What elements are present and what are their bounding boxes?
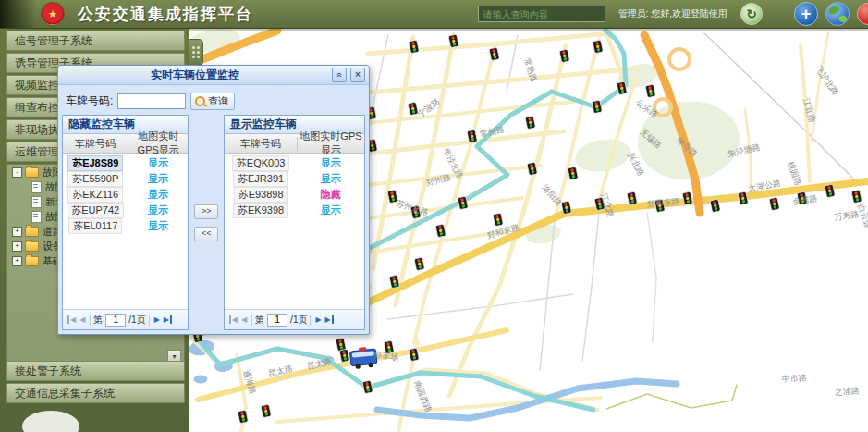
table-row[interactable]: 苏EUP742 显示 <box>63 203 188 218</box>
sidebar-bottom: 接处警子系统 交通信息采集子系统 <box>6 361 185 405</box>
move-left-button[interactable]: << <box>194 227 218 241</box>
table-rows: 苏EQK003 显示 苏EJR391 显示 苏E93898 隐藏 苏EK93 <box>225 154 364 309</box>
page-suffix: /1页 <box>290 314 307 327</box>
app-title: 公安交通集成指挥平台 <box>78 4 253 25</box>
police-emblem-icon: ★ <box>41 2 65 26</box>
show-link[interactable]: 显示 <box>321 204 341 216</box>
table-row[interactable]: 苏EL0117 显示 <box>63 218 188 234</box>
show-link[interactable]: 显示 <box>148 220 168 231</box>
top-header: ★ 公安交通集成指挥平台 管理员: 您好,欢迎登陆使用 ↻ + <box>0 0 868 29</box>
dialog-body: 车牌号码: 查询 隐藏监控车辆 车牌号码 地图实时GPS显示 苏EJ <box>58 85 369 334</box>
show-link[interactable]: 显示 <box>321 157 341 168</box>
plate-value: 苏E93898 <box>234 187 288 203</box>
vehicle-monitor-dialog: 实时车辆位置监控 » × 车牌号码: 查询 隐藏监控车辆 车牌号码 <box>57 65 370 335</box>
plate-value: 苏EUP742 <box>67 203 124 218</box>
plate-value: 苏EJR391 <box>233 171 288 187</box>
last-page-icon[interactable]: ▶ <box>325 315 334 324</box>
collapse-box-icon[interactable]: - <box>12 167 22 178</box>
table-row[interactable]: 苏E93898 隐藏 <box>225 187 364 203</box>
road-label: 中市路 <box>781 373 807 384</box>
app-window: 宁波路常熟路常州路半泾北路郑州路洛阳路江北路郑和东路郑和东路苏州北路太湖公路朱泾… <box>0 0 868 432</box>
table-row[interactable]: 苏EQK003 显示 <box>225 155 364 171</box>
folder-icon <box>25 227 39 237</box>
table-rows: 苏EJ8S89 显示 苏E5590P 显示 苏EKZ116 显示 苏EUP7 <box>63 154 188 309</box>
hidden-vehicles-panel: 隐藏监控车辆 车牌号码 地图实时GPS显示 苏EJ8S89 显示 苏E5590P… <box>62 115 189 330</box>
query-button-label: 查询 <box>208 94 228 108</box>
table-row[interactable]: 苏EJR391 显示 <box>225 171 364 187</box>
sidebar-item-traffic-info[interactable]: 交通信息采集子系统 <box>6 383 185 403</box>
prev-page-icon[interactable]: ◀ <box>79 315 85 324</box>
show-link[interactable]: 显示 <box>148 189 168 200</box>
col-plate: 车牌号码 <box>225 137 298 151</box>
prev-page-icon[interactable]: ◀ <box>241 315 247 324</box>
transfer-panels: 隐藏监控车辆 车牌号码 地图实时GPS显示 苏EJ8S89 显示 苏E5590P… <box>62 115 365 330</box>
shown-vehicles-panel: 显示监控车辆 车牌号码 地图实时GPS显示 苏EQK003 显示 苏EJR391… <box>224 115 365 330</box>
plate-value: 苏EKZ116 <box>67 187 123 203</box>
page-icon <box>31 211 42 223</box>
header-actions: 管理员: 您好,欢迎登陆使用 ↻ + <box>478 0 868 28</box>
header-search-input[interactable] <box>478 6 605 22</box>
logo-blob <box>22 411 79 432</box>
page-input[interactable] <box>267 314 287 327</box>
water-area <box>194 376 208 384</box>
plate-value: 苏EJ8S89 <box>67 155 123 171</box>
zoom-add-icon[interactable]: + <box>794 2 818 26</box>
dialog-titlebar[interactable]: 实时车辆位置监控 » × <box>58 66 369 85</box>
plate-value: 苏E5590P <box>67 171 123 187</box>
expand-box-icon[interactable]: + <box>12 241 22 252</box>
close-button[interactable]: × <box>350 68 365 82</box>
magnifier-icon <box>195 96 205 106</box>
show-link[interactable]: 显示 <box>148 173 168 184</box>
apps-grid-icon[interactable] <box>770 6 787 22</box>
page-icon <box>31 196 42 208</box>
col-plate: 车牌号码 <box>63 137 128 151</box>
welcome-text: 管理员: 您好,欢迎登陆使用 <box>618 7 727 20</box>
table-header: 车牌号码 地图实时GPS显示 <box>225 134 364 154</box>
next-page-icon[interactable]: ▶ <box>154 315 160 324</box>
table-row[interactable]: 苏EK9398 显示 <box>225 203 364 218</box>
panel-collapse-handle[interactable] <box>189 39 203 66</box>
query-button[interactable]: 查询 <box>190 93 235 110</box>
show-link[interactable]: 显示 <box>148 204 168 216</box>
folder-icon <box>25 167 39 178</box>
earth-icon[interactable] <box>825 2 850 26</box>
page-prefix: 第 <box>93 314 103 327</box>
show-link[interactable]: 显示 <box>148 157 168 168</box>
show-link[interactable]: 显示 <box>321 173 341 184</box>
sidebar-item-signal[interactable]: 信号管理子系统 <box>6 31 185 51</box>
table-row[interactable]: 苏E5590P 显示 <box>63 171 188 187</box>
hide-link[interactable]: 隐藏 <box>321 189 341 200</box>
table-row[interactable]: 苏EKZ116 显示 <box>63 187 188 203</box>
chevrons-up-icon: » <box>335 72 344 78</box>
page-suffix: /1页 <box>128 314 145 327</box>
table-row[interactable]: 苏EJ8S89 显示 <box>63 155 188 171</box>
plate-label: 车牌号码: <box>66 93 113 109</box>
sidebar-item-alarm[interactable]: 接处警子系统 <box>6 361 185 381</box>
road-label: 之浦路 <box>834 386 860 397</box>
folder-icon <box>25 256 39 266</box>
page-prefix: 第 <box>255 314 264 327</box>
pager: ◀ ◀ 第 /1页 ▶ ▶ <box>63 309 188 329</box>
next-page-icon[interactable]: ▶ <box>315 315 321 324</box>
plate-value: 苏EK9398 <box>233 203 288 218</box>
transfer-buttons: >> << <box>189 115 223 330</box>
header-shade <box>0 0 37 28</box>
plate-value: 苏EQK003 <box>232 155 290 171</box>
collapse-button[interactable]: » <box>332 68 347 82</box>
move-right-button[interactable]: >> <box>194 204 218 219</box>
pager: ◀ ◀ 第 /1页 ▶ ▶ <box>225 309 364 329</box>
dialog-title: 实时车辆位置监控 <box>58 68 332 83</box>
last-page-icon[interactable]: ▶ <box>164 315 172 324</box>
folder-icon <box>25 241 39 252</box>
plate-search-row: 车牌号码: 查询 <box>62 89 365 113</box>
alert-icon[interactable] <box>857 3 868 25</box>
eco-refresh-icon[interactable]: ↻ <box>740 3 763 25</box>
page-icon <box>31 181 42 193</box>
plate-input[interactable] <box>117 93 186 109</box>
page-input[interactable] <box>105 314 126 327</box>
first-page-icon[interactable]: ◀ <box>229 315 238 324</box>
plate-value: 苏EL0117 <box>68 218 122 234</box>
first-page-icon[interactable]: ◀ <box>67 315 76 324</box>
expand-box-icon[interactable]: + <box>12 256 22 266</box>
expand-box-icon[interactable]: + <box>12 227 22 237</box>
